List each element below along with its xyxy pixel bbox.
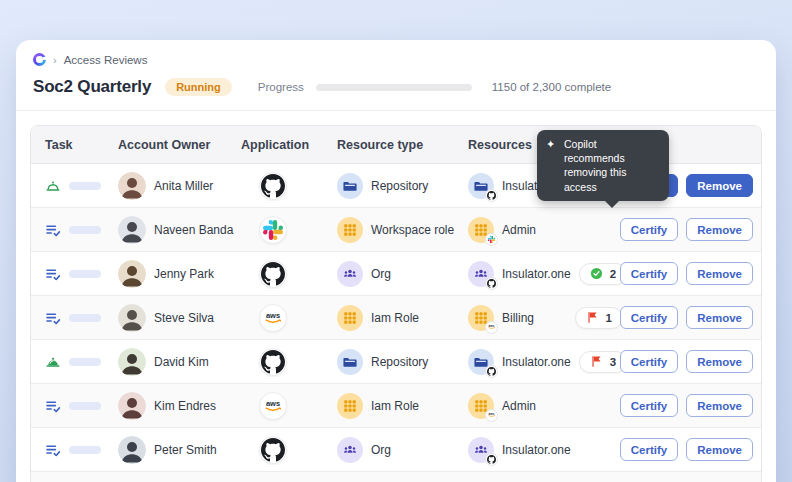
table-row: Peter Smith Org Insulator.one Certify Re…	[31, 428, 761, 472]
header-divider	[16, 110, 776, 111]
list-check-icon	[45, 266, 61, 282]
flag-count-badge[interactable]: 1	[575, 307, 623, 329]
remove-button[interactable]: Remove	[686, 350, 753, 373]
breadcrumb: › Access Reviews	[33, 53, 759, 66]
application-cell	[241, 436, 337, 464]
cloche-icon	[45, 178, 61, 194]
badge-count: 1	[606, 312, 612, 324]
remove-button[interactable]: Remove	[686, 306, 753, 329]
grid-icon	[337, 305, 363, 331]
svg-text:aws: aws	[489, 412, 495, 416]
repository-icon	[337, 173, 363, 199]
resources-cell: Insulator.one	[468, 437, 637, 463]
application-cell	[241, 216, 337, 244]
task-cell	[45, 178, 118, 194]
next-row-partial	[31, 472, 761, 482]
table-row: David Kim Repository Insulator.one 3 Cer…	[31, 340, 761, 384]
owner-name: Steve Silva	[154, 311, 214, 325]
org-icon	[337, 437, 363, 463]
aws-icon: aws	[259, 392, 287, 420]
svg-text:aws: aws	[266, 311, 280, 320]
task-label-skeleton	[69, 314, 101, 322]
task-cell	[45, 442, 118, 458]
progress-bar	[316, 84, 472, 91]
list-check-icon	[45, 310, 61, 326]
application-cell	[241, 260, 337, 288]
column-header-account-owner: Account Owner	[118, 138, 241, 152]
resource-type-label: Repository	[371, 355, 428, 369]
resource-type-label: Repository	[371, 179, 428, 193]
resource-label: Insulator.one	[502, 443, 571, 457]
resource-icon-wrap	[468, 261, 494, 287]
owner-name: Jenny Park	[154, 267, 214, 281]
avatar	[118, 260, 146, 288]
github-mini-icon	[485, 453, 498, 466]
account-owner-cell: Naveen Banda	[118, 216, 241, 244]
certify-button[interactable]: Certify	[620, 306, 678, 329]
application-cell: aws	[241, 304, 337, 332]
resource-type-label: Iam Role	[371, 311, 419, 325]
remove-button[interactable]: Remove	[686, 394, 753, 417]
task-label-skeleton	[69, 226, 101, 234]
task-label-skeleton	[69, 182, 101, 190]
page-title: Soc2 Quarterly	[33, 77, 151, 97]
remove-button[interactable]: Remove	[686, 262, 753, 285]
resources-cell: Insulator.one 3	[468, 349, 637, 375]
resources-cell: aws Admin	[468, 393, 637, 419]
aws-mini-icon: aws	[485, 321, 498, 334]
resource-type-cell: Workspace role	[337, 217, 468, 243]
resource-type-cell: Iam Role	[337, 305, 468, 331]
table-row: Steve Silva aws Iam Role aws Billing 1 C…	[31, 296, 761, 340]
certify-button[interactable]: Certify	[620, 262, 678, 285]
remove-button[interactable]: Remove	[686, 174, 753, 197]
remove-button[interactable]: Remove	[686, 218, 753, 241]
certify-button[interactable]: Certify	[620, 218, 678, 241]
resources-cell: Admin	[468, 217, 637, 243]
resource-icon-wrap: aws	[468, 393, 494, 419]
column-header-task: Task	[45, 138, 118, 152]
avatar	[118, 348, 146, 376]
certify-button[interactable]: Certify	[620, 438, 678, 461]
conductorone-logo-icon	[33, 53, 46, 66]
avatar	[118, 392, 146, 420]
account-owner-cell: David Kim	[118, 348, 241, 376]
progress-label: Progress	[258, 81, 304, 93]
title-row: Soc2 Quarterly Running Progress 1150 of …	[33, 77, 759, 110]
certify-button[interactable]: Certify	[620, 350, 678, 373]
resource-type-cell: Org	[337, 261, 468, 287]
aws-icon: aws	[259, 304, 287, 332]
remove-button[interactable]: Remove	[686, 438, 753, 461]
breadcrumb-access-reviews[interactable]: Access Reviews	[64, 54, 148, 66]
table-row: Kim Endres aws Iam Role aws Admin Certif…	[31, 384, 761, 428]
column-header-application: Application	[241, 138, 337, 152]
resources-cell: Insulator.one 2	[468, 261, 637, 287]
certify-button[interactable]: Certify	[620, 394, 678, 417]
copilot-tooltip-line1: Copilot recommends	[564, 138, 625, 164]
avatar	[118, 436, 146, 464]
resources-cell: aws Billing 1	[468, 305, 637, 331]
github-mini-icon	[485, 365, 498, 378]
github-icon	[259, 260, 287, 288]
list-check-icon	[45, 442, 61, 458]
github-icon	[259, 348, 287, 376]
resource-type-cell: Repository	[337, 349, 468, 375]
account-owner-cell: Steve Silva	[118, 304, 241, 332]
resource-type-cell: Repository	[337, 173, 468, 199]
account-owner-cell: Jenny Park	[118, 260, 241, 288]
repository-icon	[337, 349, 363, 375]
actions-cell: Certify Remove	[637, 262, 753, 285]
account-owner-cell: Kim Endres	[118, 392, 241, 420]
badge-count: 2	[610, 268, 616, 280]
resource-label: Admin	[502, 399, 536, 413]
owner-name: David Kim	[154, 355, 209, 369]
grid-icon	[337, 393, 363, 419]
chevron-right-icon: ›	[53, 54, 57, 66]
account-owner-cell: Anita Miller	[118, 172, 241, 200]
card-header: › Access Reviews Soc2 Quarterly Running …	[16, 40, 776, 110]
svg-text:aws: aws	[266, 399, 280, 408]
copilot-tooltip-line2: removing this access	[564, 166, 626, 192]
slack-icon	[259, 216, 287, 244]
table-row: Naveen Banda Workspace role Admin Certif…	[31, 208, 761, 252]
resource-type-cell: Org	[337, 437, 468, 463]
resource-icon-wrap	[468, 217, 494, 243]
